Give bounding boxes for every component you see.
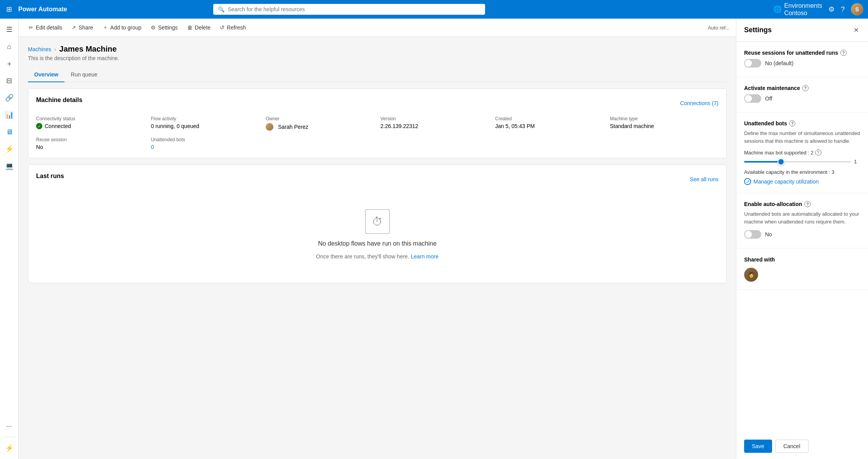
connectivity-value: Connected <box>36 123 145 129</box>
delete-icon: 🗑 <box>187 24 193 31</box>
settings-icon[interactable]: ⚙ <box>828 5 835 14</box>
tabs: Overview Run queue <box>28 68 727 82</box>
search-bar[interactable]: 🔍 <box>213 4 485 15</box>
sidebar-monitor-icon[interactable]: 📊 <box>2 107 17 123</box>
share-button[interactable]: ↗ Share <box>68 22 97 33</box>
sidebar-desktop-icon[interactable]: 💻 <box>2 158 17 174</box>
sidebar-home-icon[interactable]: ⌂ <box>2 39 17 54</box>
reuse-sessions-section: Reuse sessions for unattended runs ? No … <box>736 42 868 77</box>
page-content: Machines › James Machine This is the des… <box>19 37 736 459</box>
reuse-sessions-help-icon[interactable]: ? <box>840 50 847 56</box>
reuse-session-value: No <box>36 144 145 150</box>
maintenance-section: Activate maintenance ? Off <box>736 77 868 113</box>
maintenance-toggle[interactable] <box>744 94 761 103</box>
sidebar-machines-icon[interactable]: 🖥 <box>2 124 17 140</box>
settings-button[interactable]: ⚙ Settings <box>147 22 182 33</box>
save-button[interactable]: Save <box>744 440 772 453</box>
last-runs-card: Last runs See all runs ⏱ No desktop flow… <box>28 165 727 283</box>
reuse-session-item: Reuse session No <box>36 137 145 150</box>
version-label: Version <box>381 116 489 121</box>
add-group-icon: ＋ <box>103 24 108 31</box>
unattended-bots-label: Unattended bots <box>151 137 260 142</box>
shared-user-avatar-img: 👩 <box>744 268 758 282</box>
maintenance-help-icon[interactable]: ? <box>802 85 809 91</box>
unattended-bots-help-icon[interactable]: ? <box>789 120 795 126</box>
learn-more-link[interactable]: Learn more <box>411 253 439 260</box>
settings-panel: Settings ✕ Reuse sessions for unattended… <box>736 19 868 459</box>
shared-with-section: Shared with 👩 <box>736 248 868 290</box>
tab-run-queue[interactable]: Run queue <box>64 68 104 82</box>
auto-allocation-description: Unattended bots are automatically alloca… <box>744 210 860 225</box>
version-item: Version 2.26.139.22312 <box>381 116 489 131</box>
connections-count[interactable]: Connections (7) <box>680 100 718 106</box>
panel-title: Settings <box>744 26 772 34</box>
search-input[interactable] <box>228 6 480 12</box>
cancel-button[interactable]: Cancel <box>775 440 809 453</box>
content-area: ✏ Edit details ↗ Share ＋ Add to group ⚙ … <box>19 19 736 459</box>
empty-runs: ⏱ No desktop flows have run on this mach… <box>36 194 718 275</box>
breadcrumb-current: James Machine <box>59 45 117 54</box>
reuse-sessions-toggle-row: No (default) <box>744 59 860 68</box>
machine-type-item: Machine type Standard machine <box>610 116 719 131</box>
top-nav-bar: ⊞ Power Automate 🔍 🌐 Environments Contos… <box>0 0 868 19</box>
refresh-button[interactable]: ↺ Refresh <box>216 22 250 33</box>
waffle-icon[interactable]: ⊞ <box>5 3 14 15</box>
edit-icon: ✏ <box>29 24 33 31</box>
delete-button[interactable]: 🗑 Delete <box>183 22 214 33</box>
breadcrumb-machines[interactable]: Machines <box>28 46 51 52</box>
sidebar-menu-icon[interactable]: ☰ <box>2 22 17 37</box>
sidebar-flows-icon[interactable]: ⚡ <box>2 141 17 157</box>
auto-refresh-label: Auto ref... <box>708 25 730 31</box>
unattended-bots-value[interactable]: 0 <box>151 144 260 150</box>
flow-activity-item: Flow activity 0 running, 0 queued <box>151 116 260 131</box>
reuse-session-label: Reuse session <box>36 137 145 142</box>
panel-footer: Save Cancel <box>736 433 868 459</box>
edit-details-button[interactable]: ✏ Edit details <box>25 22 66 33</box>
settings-btn-icon: ⚙ <box>151 24 156 31</box>
version-value: 2.26.139.22312 <box>381 123 489 129</box>
maintenance-label: Off <box>765 95 772 102</box>
shared-with-label: Shared with <box>744 256 775 263</box>
sidebar-more-icon[interactable]: ··· <box>2 418 17 434</box>
environment-name: Contoso <box>784 9 822 17</box>
owner-item: Owner Sarah Perez <box>266 116 374 131</box>
top-nav-right: 🌐 Environments Contoso ⚙ ? S <box>773 2 863 17</box>
add-to-group-button[interactable]: ＋ Add to group <box>99 22 145 33</box>
unattended-bots-item: Unattended bots 0 <box>151 137 260 150</box>
left-sidebar: ☰ ⌂ ＋ ⊟ 🔗 📊 🖥 ⚡ 💻 ··· ⚡ <box>0 19 19 459</box>
flow-activity-label: Flow activity <box>151 116 260 121</box>
reuse-sessions-label: No (default) <box>765 60 793 66</box>
auto-allocation-toggle[interactable] <box>744 230 761 239</box>
environment-switcher[interactable]: 🌐 Environments Contoso <box>773 2 822 17</box>
sidebar-add-icon[interactable]: ＋ <box>2 56 17 71</box>
machine-max-label: Machine max bot supported : 2 ? <box>744 149 860 156</box>
panel-close-button[interactable]: ✕ <box>852 25 860 35</box>
tab-overview[interactable]: Overview <box>28 68 64 82</box>
page-description: This is the description of the machine. <box>28 55 727 61</box>
breadcrumb-separator: › <box>54 46 56 52</box>
user-avatar[interactable]: S <box>851 3 863 16</box>
bots-description: Define the max number of simultaneous un… <box>744 130 860 145</box>
manage-capacity-icon: ↗ <box>744 178 751 185</box>
sidebar-connections-icon[interactable]: 🔗 <box>2 90 17 106</box>
see-all-runs-link[interactable]: See all runs <box>690 176 718 182</box>
shared-user-row: 👩 <box>744 268 860 282</box>
environment-icon: 🌐 <box>773 5 782 14</box>
auto-allocation-label: No <box>765 231 772 237</box>
auto-allocation-section: Enable auto-allocation ? Unattended bots… <box>736 193 868 248</box>
owner-value: Sarah Perez <box>266 123 374 131</box>
auto-allocation-title: Enable auto-allocation ? <box>744 201 860 207</box>
share-icon: ↗ <box>71 24 76 31</box>
machine-max-help-icon[interactable]: ? <box>815 149 821 156</box>
created-item: Created Jan 5, 05:43 PM <box>495 116 604 131</box>
bots-slider[interactable] <box>744 161 851 163</box>
connected-dot <box>36 123 42 129</box>
sidebar-power-icon[interactable]: ⚡ <box>2 440 17 456</box>
manage-capacity-link[interactable]: ↗ Manage capacity utilization <box>744 178 860 185</box>
help-icon[interactable]: ? <box>841 5 845 14</box>
machine-details-grid: Connectivity status Connected Flow activ… <box>36 116 718 150</box>
sidebar-templates-icon[interactable]: ⊟ <box>2 73 17 88</box>
reuse-sessions-toggle[interactable] <box>744 59 761 68</box>
machine-details-title: Machine details <box>36 97 82 104</box>
auto-allocation-help-icon[interactable]: ? <box>804 201 811 207</box>
